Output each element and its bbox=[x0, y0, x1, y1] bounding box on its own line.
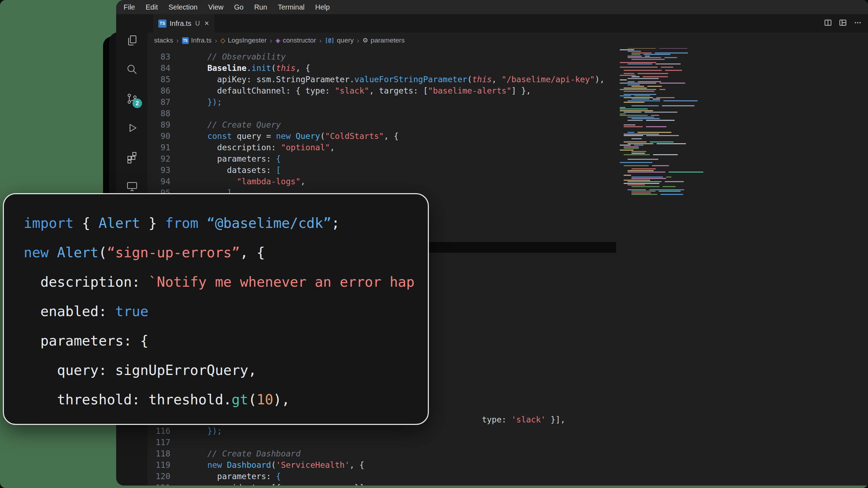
split-editor-icon[interactable] bbox=[823, 18, 833, 29]
minimap-row bbox=[628, 51, 641, 52]
card-code-line: new Alert(“sign-up-errors”, { bbox=[24, 238, 428, 267]
layout-icon[interactable] bbox=[838, 18, 847, 29]
minimap[interactable] bbox=[618, 48, 676, 246]
menu-item-selection[interactable]: Selection bbox=[163, 0, 203, 14]
minimap-row bbox=[628, 184, 645, 185]
parameters-symbol-icon: ⚙ bbox=[362, 37, 368, 44]
more-actions-icon[interactable] bbox=[853, 18, 862, 29]
minimap-row bbox=[637, 73, 668, 74]
code-line: 116 }); bbox=[148, 425, 868, 437]
code-line: 87 }); bbox=[148, 96, 868, 108]
minimap-row bbox=[624, 94, 656, 95]
minimap-row bbox=[652, 165, 669, 166]
minimap-row bbox=[628, 63, 652, 64]
minimap-row bbox=[620, 75, 636, 76]
minimap-row bbox=[646, 126, 666, 127]
search-icon[interactable] bbox=[116, 55, 148, 84]
breadcrumb-item-logsingester[interactable]: ◇LogsIngester bbox=[220, 37, 267, 44]
minimap-row bbox=[631, 54, 640, 55]
minimap-row bbox=[659, 48, 687, 49]
minimap-row bbox=[646, 135, 679, 136]
minimap-row bbox=[650, 141, 674, 142]
code-line: 90 const query = new Query("ColdStarts",… bbox=[148, 130, 868, 142]
breadcrumb-item-parameters[interactable]: ⚙parameters bbox=[362, 37, 404, 44]
chevron-right-icon: › bbox=[357, 37, 359, 45]
breadcrumb-item-query[interactable]: [@]query bbox=[325, 37, 354, 44]
line-number: 118 bbox=[148, 448, 170, 459]
minimap-row bbox=[628, 132, 634, 133]
minimap-row bbox=[631, 105, 659, 106]
minimap-row bbox=[620, 108, 648, 110]
code-line: 89 // Create Query bbox=[148, 119, 868, 130]
minimap-row bbox=[645, 112, 677, 113]
code-line: 119 new Dashboard('ServiceHealth', { bbox=[148, 459, 868, 471]
menu-item-edit[interactable]: Edit bbox=[140, 0, 163, 14]
source-control-icon[interactable]: 2 bbox=[116, 84, 148, 113]
minimap-row bbox=[634, 145, 643, 146]
menu-item-terminal[interactable]: Terminal bbox=[272, 0, 310, 14]
minimap-row bbox=[653, 99, 660, 100]
minimap-row bbox=[631, 151, 646, 152]
minimap-row bbox=[631, 176, 663, 178]
menu-item-file[interactable]: File bbox=[118, 0, 140, 14]
tab-label: Infra.ts bbox=[170, 19, 191, 28]
line-number: 116 bbox=[148, 425, 170, 437]
minimap-row bbox=[631, 99, 649, 100]
menu-item-view[interactable]: View bbox=[203, 0, 229, 14]
line-number: 84 bbox=[148, 62, 170, 74]
minimap-row bbox=[620, 115, 648, 116]
breadcrumb-item-constructor[interactable]: ◈constructor bbox=[276, 37, 316, 44]
breadcrumb-item-infra-ts[interactable]: TSInfra.ts bbox=[182, 37, 212, 44]
menu-item-go[interactable]: Go bbox=[229, 0, 249, 14]
menu-item-help[interactable]: Help bbox=[310, 0, 335, 14]
minimap-row bbox=[624, 141, 647, 142]
minimap-row bbox=[665, 181, 683, 182]
query-symbol-icon: [@] bbox=[325, 38, 334, 43]
minimap-row bbox=[620, 145, 631, 146]
minimap-row bbox=[643, 76, 668, 77]
run-debug-icon[interactable] bbox=[116, 113, 148, 142]
minimap-row bbox=[645, 56, 650, 57]
minimap-row bbox=[656, 97, 675, 98]
minimap-row bbox=[656, 63, 681, 64]
minimap-row bbox=[647, 86, 662, 87]
minimap-row bbox=[624, 165, 649, 166]
minimap-row bbox=[631, 138, 642, 139]
minimap-row bbox=[620, 89, 656, 90]
minimap-row bbox=[631, 153, 645, 154]
code-line: 121 widgets: [{ query: query, }] bbox=[148, 482, 868, 486]
minimap-row bbox=[657, 143, 686, 144]
tab-close-icon[interactable]: × bbox=[204, 19, 209, 27]
line-number: 88 bbox=[148, 108, 170, 119]
tab-modified-indicator: U bbox=[195, 20, 200, 27]
minimap-row bbox=[653, 154, 678, 155]
tab-infra-ts[interactable]: TS Infra.ts U × bbox=[153, 14, 215, 33]
minimap-row bbox=[620, 83, 656, 84]
minimap-row bbox=[620, 49, 634, 50]
source-control-badge: 2 bbox=[132, 99, 142, 108]
minimap-row bbox=[624, 154, 650, 155]
minimap-row bbox=[631, 191, 656, 192]
breadcrumb: stacks›TSInfra.ts›◇LogsIngester›◈constru… bbox=[148, 33, 868, 48]
menu-item-run[interactable]: Run bbox=[249, 0, 273, 14]
minimap-row bbox=[659, 83, 685, 84]
minimap-row bbox=[631, 186, 659, 187]
minimap-row bbox=[620, 107, 625, 108]
minimap-row bbox=[628, 57, 661, 58]
minimap-row bbox=[628, 48, 656, 49]
minimap-row bbox=[620, 62, 656, 63]
minimap-row bbox=[631, 86, 644, 87]
card-code-line: parameters: { bbox=[24, 326, 428, 355]
minimap-row bbox=[665, 70, 682, 71]
minimap-row bbox=[620, 110, 653, 111]
minimap-row bbox=[663, 100, 697, 101]
breadcrumb-item-stacks[interactable]: stacks bbox=[154, 37, 173, 44]
explorer-files-icon[interactable] bbox=[116, 26, 148, 55]
typescript-icon: TS bbox=[158, 19, 166, 28]
minimap-row bbox=[669, 172, 703, 173]
extensions-icon[interactable] bbox=[116, 142, 148, 172]
minimap-row bbox=[661, 67, 673, 68]
line-number: 117 bbox=[148, 437, 170, 448]
minimap-row bbox=[659, 191, 681, 192]
minimap-row bbox=[628, 181, 662, 182]
